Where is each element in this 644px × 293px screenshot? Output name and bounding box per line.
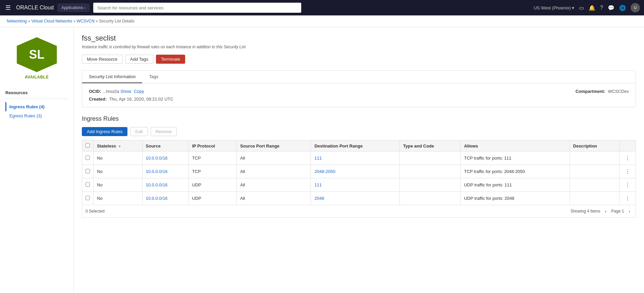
row-source-port-range-3: All (237, 192, 311, 205)
add-tags-button[interactable]: Add Tags (125, 55, 153, 64)
row-checkbox-3[interactable] (86, 196, 90, 200)
row-description-0 (570, 152, 619, 165)
row-checkbox-1[interactable] (86, 169, 90, 173)
remove-button[interactable]: Remove (151, 127, 177, 136)
page-title: fss_seclist (82, 34, 636, 43)
row-actions-3: ⋮ (620, 192, 636, 205)
notification-icon[interactable]: 🔔 (589, 5, 595, 11)
row-stateless-3: No (94, 192, 143, 205)
prev-page-button[interactable]: ‹ (603, 208, 609, 215)
header-stateless[interactable]: Stateless ▾ (94, 140, 143, 152)
row-checkbox-2[interactable] (86, 182, 90, 187)
ocid-field: OCID: ...hnui2a Show Copy (89, 89, 173, 94)
row-ellipsis-button-2[interactable]: ⋮ (623, 181, 632, 189)
row-source-1: 10.0.0.0/16 (142, 165, 189, 178)
header-source: Source (142, 140, 189, 152)
header-checkbox-col (82, 140, 94, 152)
row-type-code-2 (399, 178, 461, 192)
row-ip-protocol-0: TCP (189, 152, 236, 165)
tab-security-list-information[interactable]: Security List Information (82, 71, 142, 83)
info-panel: Security List Information Tags OCID: ...… (82, 70, 636, 107)
table-row: No 10.0.0.0/16 TCP All 111 TCP traffic f… (82, 152, 636, 165)
header-actions (620, 140, 636, 152)
row-ellipsis-button-1[interactable]: ⋮ (623, 168, 632, 175)
hamburger-menu[interactable]: ☰ (4, 3, 12, 13)
header-type-code: Type and Code (399, 140, 461, 152)
sidebar-item-egress-rules[interactable]: Egress Rules (3) (5, 111, 68, 120)
terminate-button[interactable]: Terminate (156, 55, 185, 64)
language-icon[interactable]: 🌐 (619, 5, 626, 11)
breadcrumb-vcn[interactable]: Virtual Cloud Networks (31, 19, 72, 23)
left-panel: SL AVAILABLE Resources Ingress Rules (4)… (0, 27, 74, 293)
help-icon[interactable]: ? (600, 5, 603, 11)
edit-button[interactable]: Edit (130, 127, 148, 136)
next-page-button[interactable]: › (627, 208, 632, 215)
row-description-1 (570, 165, 619, 178)
created-label: Created: (89, 97, 107, 102)
row-source-port-range-1: All (237, 165, 311, 178)
showing-count: Showing 4 Items (571, 209, 600, 214)
row-checkbox-cell (82, 178, 94, 192)
header-description: Description (570, 140, 619, 152)
compartment-label: Compartment: (576, 89, 605, 94)
resource-icon-container: SL AVAILABLE (0, 34, 73, 85)
move-resource-button[interactable]: Move Resource (82, 55, 122, 64)
row-dest-port-range-1: 2048-2050 (311, 165, 399, 178)
ocid-copy-link[interactable]: Copy (134, 89, 144, 94)
row-ellipsis-button-0[interactable]: ⋮ (623, 154, 632, 162)
resource-hexagon: SL (17, 37, 57, 72)
breadcrumb: Networking » Virtual Cloud Networks » WC… (0, 15, 644, 27)
row-type-code-1 (399, 165, 461, 178)
row-checkbox-cell (82, 192, 94, 205)
row-checkbox-cell (82, 165, 94, 178)
resources-section: Resources Ingress Rules (4) Egress Rules… (0, 85, 73, 123)
row-stateless-2: No (94, 178, 143, 192)
select-all-checkbox[interactable] (86, 143, 90, 148)
row-ip-protocol-2: UDP (189, 178, 236, 192)
header-dest-port-range: Destination Port Range (311, 140, 399, 152)
row-checkbox-cell (82, 152, 94, 165)
row-ellipsis-button-3[interactable]: ⋮ (623, 194, 632, 202)
oracle-logo: ORACLE Cloud (16, 5, 54, 11)
search-input[interactable] (93, 3, 301, 13)
tab-tags[interactable]: Tags (142, 71, 165, 83)
row-type-code-3 (399, 192, 461, 205)
nav-right: US West (Phoenix) ▾ ▭ 🔔 ? 💬 🌐 U (534, 3, 640, 12)
pagination: Showing 4 Items ‹ Page 1 › (571, 208, 632, 215)
breadcrumb-wcsvcn[interactable]: WCSVCN (77, 19, 95, 23)
user-avatar[interactable]: U (631, 3, 640, 12)
row-source-3: 10.0.0.0/16 (142, 192, 189, 205)
row-ip-protocol-3: UDP (189, 192, 236, 205)
row-stateless-0: No (94, 152, 143, 165)
sidebar-item-ingress-rules[interactable]: Ingress Rules (4) (5, 102, 68, 111)
page-body: SL AVAILABLE Resources Ingress Rules (4)… (0, 27, 644, 293)
resource-subtitle: Instance traffic is controlled by firewa… (82, 45, 636, 49)
row-actions-1: ⋮ (620, 165, 636, 178)
chat-icon[interactable]: 💬 (608, 5, 614, 11)
applications-button[interactable]: Applications › (58, 4, 89, 12)
row-dest-port-range-0: 111 (311, 152, 399, 165)
ocid-label: OCID: (89, 89, 101, 94)
row-allows-3: UDP traffic for ports: 2048 (461, 192, 570, 205)
ocid-show-link[interactable]: Show (120, 89, 131, 94)
table-toolbar: Add Ingress Rules Edit Remove (82, 127, 636, 136)
row-source-0: 10.0.0.0/16 (142, 152, 189, 165)
row-actions-2: ⋮ (620, 178, 636, 192)
breadcrumb-networking[interactable]: Networking (7, 19, 27, 23)
cloud-shell-icon[interactable]: ▭ (579, 5, 584, 11)
action-buttons: Move Resource Add Tags Terminate (82, 55, 636, 64)
compartment-field: Compartment: WCSCDev (576, 89, 629, 94)
created-value: Thu, Apr 16, 2020, 08:21:02 UTC (109, 97, 173, 102)
header-allows: Allows (461, 140, 570, 152)
row-description-3 (570, 192, 619, 205)
region-selector[interactable]: US West (Phoenix) ▾ (534, 5, 574, 10)
add-ingress-rules-button[interactable]: Add Ingress Rules (82, 127, 127, 136)
header-source-port-range: Source Port Range (237, 140, 311, 152)
row-type-code-0 (399, 152, 461, 165)
row-description-2 (570, 178, 619, 192)
row-checkbox-0[interactable] (86, 156, 90, 160)
hexagon-letters: SL (29, 48, 44, 62)
table-row: No 10.0.0.0/16 TCP All 2048-2050 TCP tra… (82, 165, 636, 178)
row-dest-port-range-3: 2048 (311, 192, 399, 205)
header-ip-protocol: IP Protocol (189, 140, 236, 152)
